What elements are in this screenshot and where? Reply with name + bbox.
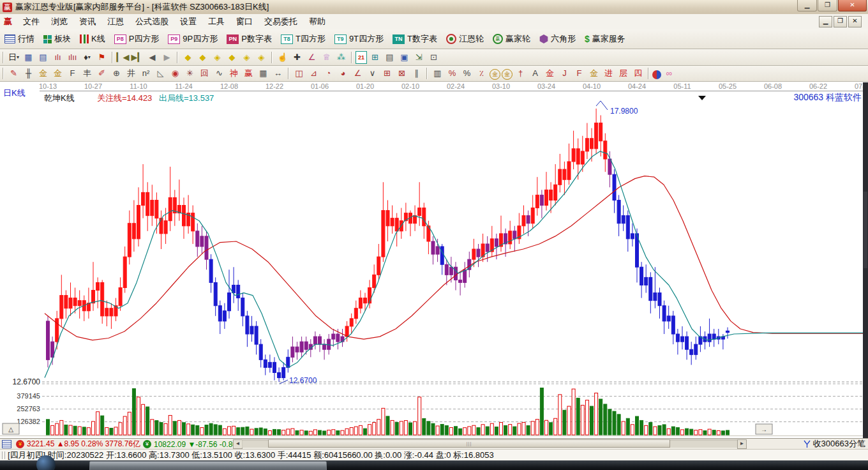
f-angle-icon[interactable]: F: [572, 67, 586, 80]
tick-feed-status[interactable]: 收300663分笔: [803, 439, 865, 449]
pie-tool-icon[interactable]: ◕: [336, 67, 350, 80]
box-grid-icon[interactable]: 回: [198, 67, 211, 80]
gold-grid-icon[interactable]: 金: [36, 67, 50, 80]
menu-item-资讯[interactable]: 资讯: [73, 15, 101, 27]
j-angle-icon[interactable]: J: [558, 67, 571, 80]
calculator-icon[interactable]: ⊞: [368, 51, 382, 64]
menu-item-浏览[interactable]: 浏览: [45, 15, 73, 27]
printer-icon[interactable]: ⊡: [427, 51, 440, 64]
toolbar-button-六角形[interactable]: 六角形: [535, 31, 580, 47]
menu-item-文件[interactable]: 文件: [17, 15, 45, 27]
close-button[interactable]: ✕: [838, 0, 867, 11]
yinyang-icon[interactable]: [652, 70, 661, 79]
save-icon[interactable]: ▣: [398, 51, 411, 64]
chart-area[interactable]: 10-1310-2711-1011-2412-0812-2201-0601-20…: [0, 82, 868, 438]
diamond-v-icon[interactable]: ◈: [240, 51, 253, 64]
pct-box-icon[interactable]: %: [445, 67, 459, 80]
arc-tool-icon[interactable]: ◔: [322, 67, 335, 80]
titlebar[interactable]: 赢 赢家江恩专业版[赢家内部服务平台] - [科蓝软件 SZ300663-183…: [0, 0, 868, 15]
mdi-restore-button[interactable]: ❐: [834, 16, 847, 27]
candle-flag-icon[interactable]: †: [514, 67, 527, 80]
infinity-icon[interactable]: ∞: [662, 67, 676, 80]
grid-box2-icon[interactable]: ⊠: [395, 67, 408, 80]
toolbar-button-P四方形[interactable]: P8P四方形: [110, 31, 164, 47]
ceng-angle-icon[interactable]: 层: [617, 67, 630, 80]
knot-tool-icon[interactable]: ⁂: [334, 51, 348, 64]
taskbar-app-button[interactable]: [89, 461, 327, 470]
diamond-right-icon[interactable]: ◆: [196, 51, 209, 64]
toolbar-button-T数字表[interactable]: TNT数字表: [388, 31, 442, 47]
wave-icon[interactable]: ∿: [213, 67, 226, 80]
angle-pick-icon[interactable]: ∠: [305, 51, 318, 64]
compass-icon[interactable]: ◉: [168, 67, 182, 80]
gold-angle-icon[interactable]: 金: [587, 67, 601, 80]
crown-tool-icon[interactable]: ♕: [320, 51, 333, 64]
gold-red-icon[interactable]: 金: [543, 67, 557, 80]
horizontal-scrollbar[interactable]: ◄ ||| ►: [233, 439, 747, 448]
toolbar-button-T四方形[interactable]: T8T四方形: [276, 31, 330, 47]
notes-icon[interactable]: ▤: [383, 51, 396, 64]
gold-grid2-icon[interactable]: 金: [51, 67, 64, 80]
five-grid-icon[interactable]: 丰: [80, 67, 94, 80]
windows-taskbar[interactable]: [0, 460, 868, 470]
shanghai-index-quote[interactable]: 3221.45 ▲8.95 0.28% 3778.76亿: [27, 439, 140, 450]
volume-pane-toggle-button[interactable]: △: [3, 423, 19, 434]
toolbar-button-P数字表[interactable]: PNP数字表: [222, 31, 276, 47]
vline-tool-icon[interactable]: ∨: [366, 67, 379, 80]
menu-item-窗口[interactable]: 窗口: [230, 15, 258, 27]
pattern-chart-icon[interactable]: ▦: [22, 51, 35, 64]
bars3-chart-icon[interactable]: ılı: [51, 51, 64, 64]
toolbar-button-江恩轮[interactable]: 江恩轮: [442, 31, 488, 47]
ruler-grid-icon[interactable]: ▦: [257, 67, 270, 80]
toolbar-button-板块[interactable]: 板块: [39, 31, 75, 47]
export-icon[interactable]: ⇲: [412, 51, 426, 64]
percent-icon[interactable]: %: [460, 67, 474, 80]
f-grid-icon[interactable]: F: [66, 67, 79, 80]
si-angle-icon[interactable]: 四: [631, 67, 645, 80]
next-page-icon[interactable]: ▶: [160, 51, 174, 64]
bars9-chart-icon[interactable]: ılıı: [66, 51, 79, 64]
diamond-h-icon[interactable]: ◈: [211, 51, 224, 64]
width-measure-icon[interactable]: ↔: [271, 67, 285, 80]
brush-tool-icon[interactable]: ✐: [95, 67, 108, 80]
first-page-icon[interactable]: ▎◀: [116, 51, 130, 64]
coin-line-icon[interactable]: 金: [502, 69, 513, 80]
menu-item-工具[interactable]: 工具: [202, 15, 230, 27]
mdi-minimize-button[interactable]: ▁: [819, 16, 832, 27]
toolbar-button-9T四方形[interactable]: T99T四方形: [330, 31, 388, 47]
toolbar-button-赢家服务[interactable]: $赢家服务: [580, 31, 630, 47]
crosshair-tool-icon[interactable]: ✚: [290, 51, 304, 64]
shen-tool-icon[interactable]: 神: [227, 67, 241, 80]
grid-box-icon[interactable]: ⊞: [380, 67, 394, 80]
quote-report-icon[interactable]: ▤: [36, 51, 50, 64]
menu-item-江恩[interactable]: 江恩: [101, 15, 130, 27]
coin-icon[interactable]: 金: [490, 69, 500, 80]
menu-item-交易委托[interactable]: 交易委托: [258, 15, 303, 27]
diamond-x-icon[interactable]: ◆: [225, 51, 239, 64]
scroll-right-mini-button[interactable]: →: [756, 424, 772, 434]
menu-item-设置[interactable]: 设置: [174, 15, 202, 27]
chart-pct-icon[interactable]: ▥: [431, 67, 444, 80]
scroll-right-button[interactable]: ►: [737, 439, 747, 449]
pen-tool-icon[interactable]: ✎: [7, 67, 20, 80]
ying-tool-icon[interactable]: 赢: [242, 67, 255, 80]
angle-ruler-icon[interactable]: ◺: [154, 67, 167, 80]
web-icon[interactable]: ✳: [183, 67, 197, 80]
start-orb-icon[interactable]: [36, 455, 56, 470]
restore-button[interactable]: ❐: [818, 0, 837, 11]
minimize-button[interactable]: ▁: [797, 0, 817, 11]
kline-chart[interactable]: 10-1310-2711-1011-2412-0812-2201-0601-20…: [0, 82, 868, 438]
scroll-thumb[interactable]: |||: [268, 439, 670, 448]
candle-style-dropdown[interactable]: ♦▾: [80, 51, 94, 64]
scroll-left-button[interactable]: ◄: [233, 439, 243, 449]
calendar-icon[interactable]: 21: [355, 51, 367, 64]
toolbar-button-行情[interactable]: 行情: [0, 31, 39, 47]
hash-grid-icon[interactable]: 井: [124, 67, 138, 80]
toolbar-button-K线[interactable]: K线: [75, 31, 110, 47]
hand-tool-icon[interactable]: ☝: [276, 51, 289, 64]
angle-line-icon[interactable]: ∠: [351, 67, 364, 80]
period-label[interactable]: 日K线: [3, 88, 26, 98]
jin-angle-icon[interactable]: 进: [602, 67, 615, 80]
circle-grid-icon[interactable]: ⊕: [110, 67, 123, 80]
menu-item-帮助[interactable]: 帮助: [303, 15, 331, 27]
